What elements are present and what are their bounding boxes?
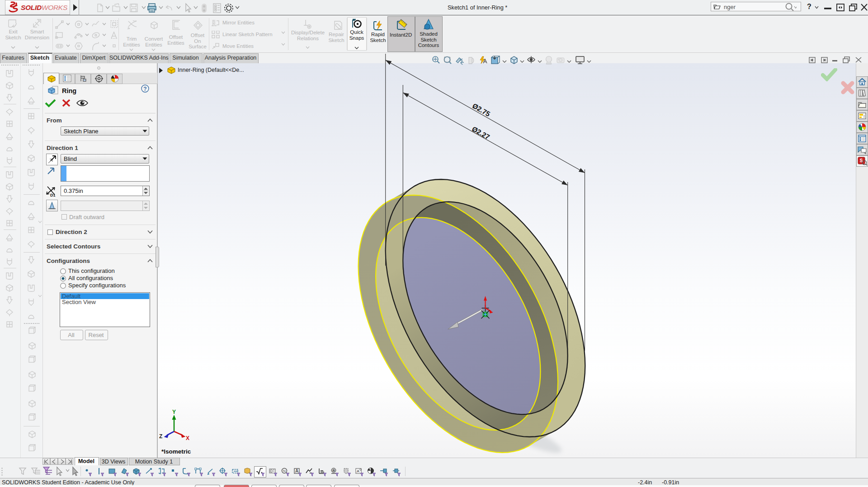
svg-text:Z: Z xyxy=(159,433,162,440)
svg-text:*Isometric: *Isometric xyxy=(161,448,191,455)
svg-text:D1: D1 xyxy=(50,193,56,197)
svg-text:X: X xyxy=(186,435,189,441)
svg-text:?: ? xyxy=(143,86,146,92)
svg-text:Ø2.75: Ø2.75 xyxy=(471,102,491,118)
svg-text:Y: Y xyxy=(172,409,176,415)
svg-text:Ø2.27: Ø2.27 xyxy=(471,125,491,141)
svg-text:A: A xyxy=(333,469,335,472)
